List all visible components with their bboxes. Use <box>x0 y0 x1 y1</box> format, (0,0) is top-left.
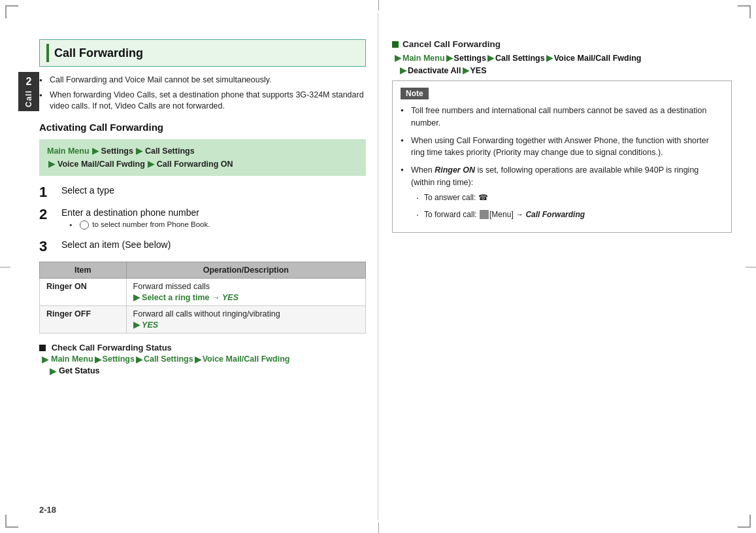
check-status-label: Check Call Forwarding Status <box>52 343 172 352</box>
intro-bullets: Call Forwarding and Voice Mail cannot be… <box>39 75 366 112</box>
path-settings: Settings <box>101 145 133 158</box>
chapter-number: 2 <box>26 76 32 88</box>
step-1-title: Select a type <box>61 185 366 196</box>
circle-icon <box>80 220 89 230</box>
center-bottom-mark <box>378 523 379 533</box>
note-3-sub-1: To answer call: ☎ <box>416 192 723 204</box>
ringer-on-label: Ringer ON <box>40 278 127 305</box>
note-3-sub-2: To forward call: [Menu] → Call Forwardin… <box>416 209 723 220</box>
corner-mark-br <box>738 515 751 528</box>
left-page: Call Forwarding Call Forwarding and Voic… <box>39 39 366 376</box>
step-3: 3 Select an item (See below) <box>39 239 366 254</box>
center-right-mark <box>746 267 756 267</box>
center-top-mark <box>378 0 379 10</box>
step-2-sub-text: to select number from Phone Book. <box>92 220 210 228</box>
step-2-content: Enter a destination phone number to sele… <box>61 207 366 232</box>
note-2: When using Call Forwarding together with… <box>401 135 723 160</box>
ringer-on-sub: ▶ Select a ring time → YES <box>133 292 359 302</box>
corner-mark-tl <box>5 5 18 18</box>
path-cf-on: Call Forwarding ON <box>157 158 233 171</box>
item-table: Item Operation/Description Ringer ON For… <box>39 262 366 334</box>
step-2-title: Enter a destination phone number <box>61 207 366 218</box>
check-status-sub: ▶ Get Status <box>39 366 366 376</box>
path-line-1: Main Menu ▶ Settings ▶ Call Settings <box>47 145 358 158</box>
menu-icon <box>480 210 489 219</box>
table-row-ringer-on: Ringer ON Forward missed calls ▶ Select … <box>40 278 366 305</box>
step-2-num: 2 <box>39 207 58 222</box>
cancel-title-text: Cancel Call Forwarding <box>403 39 501 49</box>
note-box: Note Toll free numbers and international… <box>392 80 732 233</box>
step-2-sub: to select number from Phone Book. <box>61 220 366 230</box>
ringer-on-italic: Ringer ON <box>435 165 475 175</box>
note-3-sub: To answer call: ☎ To forward call: [Menu… <box>411 192 723 221</box>
path-main-menu: Main Menu <box>47 145 90 158</box>
table-header-item: Item <box>40 262 127 278</box>
check-status-path: ▶ Main Menu ▶ Settings ▶ Call Settings ▶… <box>39 354 366 364</box>
section-heading: Call Forwarding <box>39 39 366 67</box>
ringer-off-desc: Forward all calls without ringing/vibrat… <box>126 305 365 333</box>
table-row-ringer-off: Ringer OFF Forward all calls without rin… <box>40 305 366 333</box>
page-number: 2-18 <box>39 505 56 515</box>
ringer-off-label: Ringer OFF <box>40 305 127 333</box>
cancel-square-bullet <box>392 41 399 48</box>
page-divider <box>378 13 378 520</box>
ringer-off-sub: ▶ YES <box>133 320 359 330</box>
right-page: Cancel Call Forwarding ▶ Main Menu ▶ Set… <box>392 39 732 233</box>
step-3-num: 3 <box>39 239 58 254</box>
ringer-on-desc: Forward missed calls ▶ Select a ring tim… <box>126 278 365 305</box>
step-1-num: 1 <box>39 185 58 199</box>
check-status-section: Check Call Forwarding Status ▶ Main Menu… <box>39 343 366 376</box>
path-voicemail: Voice Mail/Call Fwding <box>58 158 145 171</box>
cancel-section-title: Cancel Call Forwarding <box>392 39 732 49</box>
phone-answer-icon: ☎ <box>478 192 488 203</box>
step-1: 1 Select a type <box>39 185 366 199</box>
cf-italic: Call Forwarding <box>525 210 585 219</box>
green-bar <box>46 44 49 62</box>
step-1-content: Select a type <box>61 185 366 198</box>
activating-heading: Activating Call Forwarding <box>39 122 366 133</box>
table-header-op: Operation/Description <box>126 262 365 278</box>
path-call-settings: Call Settings <box>145 145 195 158</box>
corner-mark-bl <box>5 515 18 528</box>
bullet-2: When forwarding Video Calls, set a desti… <box>39 90 366 112</box>
corner-mark-tr <box>738 5 751 18</box>
note-3: When Ringer ON is set, following operati… <box>401 164 723 220</box>
check-status-title: Check Call Forwarding Status <box>39 343 366 352</box>
path-line-2: ▶ Voice Mail/Call Fwding ▶ Call Forwardi… <box>47 158 358 171</box>
step-3-title: Select an item (See below) <box>61 239 366 250</box>
bullet-1: Call Forwarding and Voice Mail cannot be… <box>39 75 366 86</box>
square-bullet <box>39 345 46 351</box>
step-2: 2 Enter a destination phone number to se… <box>39 207 366 232</box>
step-2-sub-1: to select number from Phone Book. <box>68 220 366 230</box>
chapter-tab: 2 Call <box>18 72 39 111</box>
chapter-label: Call <box>24 90 33 107</box>
cancel-path-line2: ▶ Deactivate All ▶ YES <box>392 65 732 75</box>
center-left-mark <box>0 267 10 267</box>
activation-path-box: Main Menu ▶ Settings ▶ Call Settings ▶ V… <box>39 139 366 176</box>
note-list: Toll free numbers and international call… <box>401 105 723 220</box>
step-3-content: Select an item (See below) <box>61 239 366 252</box>
section-title: Call Forwarding <box>54 46 143 60</box>
cancel-path-line1: ▶ Main Menu ▶ Settings ▶ Call Settings ▶… <box>392 53 732 63</box>
note-1: Toll free numbers and international call… <box>401 105 723 129</box>
note-header: Note <box>401 88 429 99</box>
